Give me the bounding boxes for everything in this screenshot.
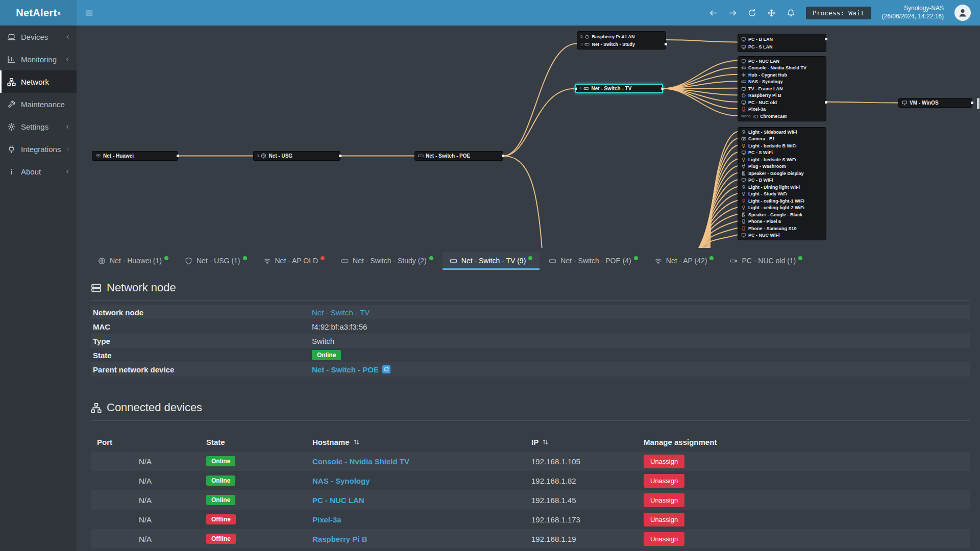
- notifications-bell-icon[interactable]: [787, 9, 795, 17]
- connector-dot: [177, 155, 179, 157]
- topology-device-pc-b-lan[interactable]: PC - B LAN: [738, 35, 826, 43]
- back-arrow-icon[interactable]: [709, 9, 718, 17]
- tab-net-switch-tv-9[interactable]: Net - Switch - TV (9): [443, 252, 540, 270]
- tab-net-switch-study-2[interactable]: Net - Switch - Study (2): [334, 252, 440, 270]
- info-row-parent-network-device: Parent network deviceNet - Switch - POE: [91, 362, 970, 377]
- hostname-link[interactable]: Pixel-3a: [312, 515, 341, 524]
- switch-icon: [583, 86, 589, 91]
- topology-node-net-switch-poe[interactable]: Net - Switch - POE: [414, 151, 503, 161]
- info-row-state: StateOnline: [91, 348, 970, 362]
- tab-net-ap-old[interactable]: Net - AP OLD: [256, 252, 332, 270]
- topology-device-pixel-3a[interactable]: Pixel-3a: [738, 106, 826, 113]
- app-logo[interactable]: NetAlertx: [0, 0, 77, 26]
- topology-node-vm-winos[interactable]: VM - WinOS: [898, 98, 972, 108]
- topology-device-pc-nuc-lan[interactable]: PC - NUC LAN: [738, 58, 826, 65]
- sidebar-toggle-button[interactable]: [85, 9, 93, 17]
- topology-device-nas-synology[interactable]: NAS - Synology: [738, 79, 826, 86]
- tab-net-ap-42[interactable]: Net - AP (42): [647, 252, 721, 270]
- hostname-link[interactable]: PC - NUC LAN: [312, 496, 364, 505]
- topology-device-pc-s-lan[interactable]: PC - S LAN: [738, 43, 826, 51]
- process-status-badge: Process: Wait: [806, 7, 871, 19]
- tab-label: Net - USG (1): [197, 257, 240, 265]
- unassign-button[interactable]: Unassign: [644, 513, 684, 527]
- topology-device-pc-nuc-wifi[interactable]: PC - NUC WiFi: [738, 232, 826, 239]
- topology-device-pc-b-wifi[interactable]: PC - B WiFi: [738, 177, 826, 184]
- sidebar-item-integrations[interactable]: Integrations: [0, 138, 77, 160]
- topology-canvas[interactable]: Net - Huawei3Net - USGNet - Switch - POE…: [77, 26, 980, 248]
- tab-label: PC - NUC old (1): [742, 257, 796, 265]
- scrollbar-thumb[interactable]: [977, 98, 979, 109]
- topology-device-hub-cygnet-hub[interactable]: Hub - Cygnet Hub: [738, 71, 826, 79]
- topology-device-phone-samsung-s10[interactable]: Phone - Samsung S10: [738, 225, 826, 232]
- topology-node-net-usg[interactable]: 3Net - USG: [253, 151, 340, 161]
- column-header-ip[interactable]: IP: [525, 438, 638, 446]
- topology-device-light-ceiling-light-1-wifi[interactable]: Light - ceiling-light-1 WiFi: [738, 197, 826, 205]
- tab-label: Net - Switch - TV (9): [461, 257, 526, 265]
- sidebar-item-monitoring[interactable]: Monitoring: [0, 48, 77, 70]
- action-cell: Unassign: [638, 474, 970, 488]
- user-avatar[interactable]: [954, 5, 971, 21]
- topology-device-speaker-google-black[interactable]: Speaker - Google - Black: [738, 211, 826, 218]
- tab-net-switch-poe-4[interactable]: Net - Switch - POE (4): [542, 252, 645, 270]
- topology-device-light-ceiling-light-2-wifi[interactable]: Light - ceiling-light-2 WiFi: [738, 205, 826, 212]
- move-icon[interactable]: [767, 9, 776, 17]
- connector-dot: [339, 155, 341, 157]
- refresh-icon[interactable]: [748, 9, 756, 17]
- parent-node-link[interactable]: Net - Switch - POE: [312, 365, 379, 374]
- topology-device-light-study-wifi[interactable]: Light - Study WiFi: [738, 191, 826, 198]
- plug-icon: [741, 164, 746, 169]
- status-dot-green: [528, 256, 532, 260]
- state-badge: Online: [206, 475, 235, 486]
- wrench-icon: [7, 100, 16, 109]
- sort-icon[interactable]: [353, 439, 360, 445]
- connected-devices-head: PortStateHostnameIPManage assignment: [91, 432, 970, 452]
- topology-device-tv-frame-lan[interactable]: TV - Frame LAN: [738, 85, 826, 92]
- tab-pc-nuc-old-1[interactable]: PC - NUC old (1): [723, 252, 810, 270]
- topology-device-phone-pixel-6[interactable]: Phone - Pixel 6: [738, 218, 826, 226]
- wifi-icon: [263, 257, 271, 265]
- topology-device-light-dining-light-wifi[interactable]: Light - Dining light WiFi: [738, 184, 826, 191]
- topology-device-plug-washroom[interactable]: Plug - Washroom: [738, 163, 826, 170]
- selection-handle[interactable]: [661, 87, 664, 90]
- unassign-button[interactable]: Unassign: [644, 493, 684, 507]
- topology-device-console-nvidia-shield-tv[interactable]: Console - Nvidia Shield TV: [738, 65, 826, 72]
- sidebar-item-devices[interactable]: Devices: [0, 26, 77, 48]
- selection-handle[interactable]: [574, 87, 577, 90]
- status-dot-green: [709, 256, 714, 260]
- hostname-link[interactable]: NAS - Synology: [312, 477, 370, 485]
- topology-node-net-huawei[interactable]: Net - Huawei: [92, 151, 178, 161]
- topology-device-pc-s-wifi[interactable]: PC - S WiFi: [738, 149, 826, 157]
- unassign-button[interactable]: Unassign: [644, 532, 684, 546]
- tab-net-usg-1[interactable]: Net - USG (1): [178, 252, 254, 270]
- state-badge: Offline: [206, 534, 236, 544]
- sidebar-item-maintenance[interactable]: Maintenance: [0, 93, 77, 115]
- topology-device-chromecast[interactable]: NoneChromecast: [738, 113, 826, 120]
- sort-icon[interactable]: [542, 439, 549, 445]
- sidebar-item-settings[interactable]: Settings: [0, 115, 77, 138]
- column-header-hostname[interactable]: Hostname: [306, 438, 525, 446]
- hub-icon: [741, 72, 746, 78]
- node-link[interactable]: Net - Switch - TV: [312, 308, 370, 317]
- unassign-button[interactable]: Unassign: [644, 474, 684, 488]
- topology-device-camera-e1[interactable]: Camera - E1: [738, 136, 826, 143]
- topology-node-net-switch-tv[interactable]: 4Net - Switch - TV: [575, 84, 663, 93]
- topology-device-speaker-google-display[interactable]: Speaker - Google Display: [738, 170, 826, 177]
- hostname-link[interactable]: Raspberry Pi B: [312, 535, 368, 543]
- topology-device-net-switch-study[interactable]: 3Net - Switch - Study: [577, 40, 666, 48]
- forward-arrow-icon[interactable]: [728, 9, 737, 17]
- tab-net-huawei-1[interactable]: Net - Huawei (1): [91, 252, 176, 270]
- sidebar-item-about[interactable]: About: [0, 160, 77, 183]
- topology-device-raspberry-pi-4-lan[interactable]: 5Raspberry Pi 4 LAN: [577, 33, 666, 40]
- hostname-link[interactable]: Console - Nvidia Shield TV: [312, 457, 409, 466]
- topology-device-pc-nuc-old[interactable]: PC - NUC old: [738, 99, 826, 106]
- topology-device-light-sideboard-wifi[interactable]: Light - Sideboard WiFi: [738, 129, 826, 136]
- unassign-button[interactable]: Unassign: [644, 455, 684, 468]
- pi-icon: [584, 34, 590, 39]
- external-link-icon[interactable]: [382, 365, 390, 373]
- topology-device-light-bedside-b-wifi[interactable]: Light - bedside B WiFi: [738, 142, 826, 149]
- column-header-port: Port: [91, 438, 200, 446]
- topology-device-light-bedside-s-wifi[interactable]: Light - bedside S WiFi: [738, 156, 826, 163]
- topology-group-lan-bs: PC - B LANPC - S LAN: [738, 34, 826, 52]
- sidebar-item-network[interactable]: Network: [0, 70, 77, 93]
- topology-device-raspberry-pi-b[interactable]: Raspberry Pi B: [738, 92, 826, 99]
